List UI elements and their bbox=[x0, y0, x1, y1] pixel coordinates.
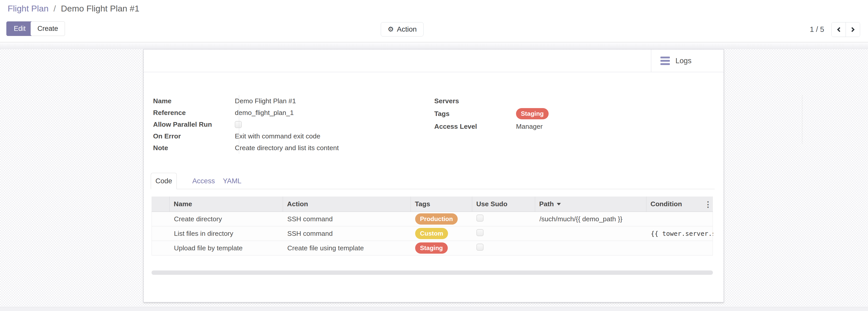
button-box: Logs bbox=[144, 50, 723, 72]
tag-badge-custom: Custom bbox=[415, 228, 448, 239]
allow-parallel-run-checkbox[interactable] bbox=[235, 121, 242, 128]
field-row-allow-parallel-run: Allow Parallel Run bbox=[153, 118, 408, 130]
field-label: Tags bbox=[434, 110, 512, 118]
table-body: Create directory SSH command Production … bbox=[152, 212, 713, 255]
field-row-on-error: On Error Exit with command exit code bbox=[153, 130, 408, 142]
action-button[interactable]: ⚙ Action bbox=[381, 22, 424, 36]
bottom-strip bbox=[0, 307, 868, 311]
field-value-on-error: Exit with command exit code bbox=[229, 132, 320, 140]
use-sudo-checkbox[interactable] bbox=[476, 215, 484, 222]
edit-button[interactable]: Edit bbox=[6, 21, 33, 36]
pager-previous-button[interactable] bbox=[832, 23, 845, 37]
cell-action: Create file using template bbox=[283, 244, 411, 252]
field-label: Name bbox=[153, 97, 229, 105]
use-sudo-checkbox[interactable] bbox=[476, 229, 484, 236]
breadcrumb-separator: / bbox=[54, 4, 56, 13]
column-header-condition[interactable]: Condition ⋮ bbox=[646, 197, 713, 211]
table-row[interactable]: Upload file by template Create file usin… bbox=[152, 241, 713, 255]
column-header-handle bbox=[152, 197, 169, 211]
field-group-left: Name Demo Flight Plan #1 Reference demo_… bbox=[153, 95, 408, 154]
field-value-name: Demo Flight Plan #1 bbox=[229, 97, 296, 105]
column-header-name[interactable]: Name bbox=[169, 197, 283, 211]
breadcrumb: Flight Plan / Demo Flight Plan #1 bbox=[8, 4, 139, 13]
column-header-path[interactable]: Path bbox=[535, 197, 646, 211]
pager-counter: 1 / 5 bbox=[810, 25, 824, 34]
column-header-use-sudo[interactable]: Use Sudo bbox=[472, 197, 535, 211]
field-value-access-level: Manager bbox=[512, 123, 543, 131]
table-header: Name Action Tags Use Sudo Path Condition… bbox=[152, 197, 713, 212]
notebook-tabs: Code Access YAML bbox=[153, 173, 715, 189]
command-lines-table: Name Action Tags Use Sudo Path Condition… bbox=[152, 197, 713, 255]
cell-name: Create directory bbox=[170, 215, 283, 223]
table-row[interactable]: List files in directory SSH command Cust… bbox=[152, 226, 713, 241]
breadcrumb-current: Demo Flight Plan #1 bbox=[61, 4, 139, 13]
chevron-right-icon bbox=[850, 27, 855, 32]
field-label: Reference bbox=[153, 109, 229, 117]
control-panel: Flight Plan / Demo Flight Plan #1 Edit C… bbox=[0, 0, 868, 42]
pager-next-button[interactable] bbox=[845, 23, 860, 37]
field-value-note: Create directory and list its content bbox=[229, 144, 339, 152]
logs-button-label: Logs bbox=[676, 57, 691, 65]
field-row-access-level: Access Level Manager bbox=[434, 120, 689, 132]
gear-icon: ⚙ bbox=[388, 26, 394, 33]
field-row-servers: Servers bbox=[434, 95, 689, 107]
sort-desc-icon bbox=[557, 203, 561, 205]
field-row-reference: Reference demo_flight_plan_1 bbox=[153, 107, 408, 118]
tab-yaml[interactable]: YAML bbox=[223, 173, 242, 189]
form-sheet: Logs Name Demo Flight Plan #1 Reference … bbox=[144, 49, 724, 302]
group-separator bbox=[802, 95, 802, 144]
field-row-note: Note Create directory and list its conte… bbox=[153, 142, 408, 154]
group-separator bbox=[239, 95, 239, 154]
tag-badge-staging: Staging bbox=[516, 108, 549, 119]
table-row[interactable]: Create directory SSH command Production … bbox=[152, 212, 713, 226]
field-label: Allow Parallel Run bbox=[153, 120, 229, 129]
form-view-background: Logs Name Demo Flight Plan #1 Reference … bbox=[0, 43, 868, 311]
use-sudo-checkbox[interactable] bbox=[476, 244, 484, 251]
field-group-right: Servers Tags Staging Access Level Manage… bbox=[434, 95, 689, 132]
cell-condition: {{ tower.server.st bbox=[647, 230, 713, 237]
tag-badge-staging: Staging bbox=[415, 243, 448, 254]
field-row-name: Name Demo Flight Plan #1 bbox=[153, 95, 408, 107]
cell-action: SSH command bbox=[283, 230, 411, 237]
column-header-tags[interactable]: Tags bbox=[411, 197, 472, 211]
tag-badge-production: Production bbox=[415, 214, 458, 225]
list-icon bbox=[660, 57, 670, 65]
column-header-action[interactable]: Action bbox=[283, 197, 411, 211]
tab-access[interactable]: Access bbox=[192, 173, 215, 189]
column-header-condition-label: Condition bbox=[650, 200, 682, 208]
field-label: Access Level bbox=[434, 123, 512, 131]
field-label: Note bbox=[153, 144, 229, 152]
create-button[interactable]: Create bbox=[31, 21, 65, 36]
cell-path: /such/much/{{ demo_path }} bbox=[535, 215, 647, 223]
logs-button[interactable]: Logs bbox=[651, 50, 723, 72]
cell-name: Upload file by template bbox=[170, 244, 283, 252]
action-button-label: Action bbox=[397, 26, 417, 33]
column-header-path-label: Path bbox=[539, 200, 554, 208]
field-label: Servers bbox=[434, 97, 512, 105]
horizontal-scrollbar[interactable] bbox=[152, 271, 713, 275]
status-bar-strip bbox=[0, 43, 868, 49]
tab-code[interactable]: Code bbox=[151, 173, 177, 189]
field-label: On Error bbox=[153, 132, 229, 140]
cell-action: SSH command bbox=[283, 215, 411, 223]
pager bbox=[831, 22, 860, 37]
breadcrumb-parent-link[interactable]: Flight Plan bbox=[8, 4, 49, 13]
optional-columns-icon[interactable]: ⋮ bbox=[704, 197, 712, 212]
chevron-left-icon bbox=[837, 27, 842, 32]
cell-name: List files in directory bbox=[170, 230, 283, 237]
field-row-tags: Tags Staging bbox=[434, 107, 689, 120]
